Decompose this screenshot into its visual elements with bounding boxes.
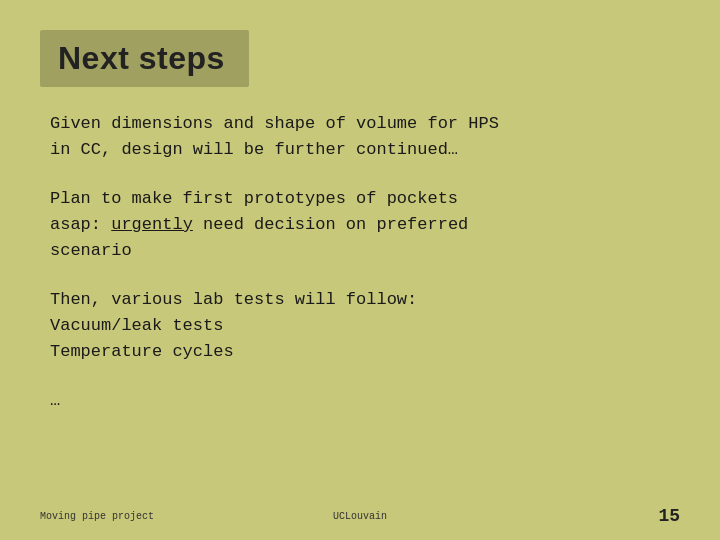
slide-title: Next steps	[58, 40, 225, 76]
paragraph-1: Given dimensions and shape of volume for…	[50, 111, 670, 164]
footer-page: 15	[658, 506, 680, 526]
paragraph-4-text: …	[50, 391, 60, 410]
footer-left: Moving pipe project	[40, 511, 154, 522]
paragraph-2-underline: urgently	[111, 215, 193, 234]
footer-center: UCLouvain	[333, 511, 387, 522]
paragraph-2: Plan to make first prototypes of pockets…	[50, 186, 670, 265]
slide: Next steps Given dimensions and shape of…	[0, 0, 720, 540]
paragraph-3: Then, various lab tests will follow: Vac…	[50, 287, 670, 366]
title-box: Next steps	[40, 30, 249, 87]
paragraph-3-text: Then, various lab tests will follow: Vac…	[50, 290, 417, 362]
footer: Moving pipe project UCLouvain 15	[40, 506, 680, 526]
paragraph-1-text: Given dimensions and shape of volume for…	[50, 114, 499, 159]
paragraph-4: …	[50, 388, 670, 414]
content-area: Given dimensions and shape of volume for…	[40, 111, 680, 414]
